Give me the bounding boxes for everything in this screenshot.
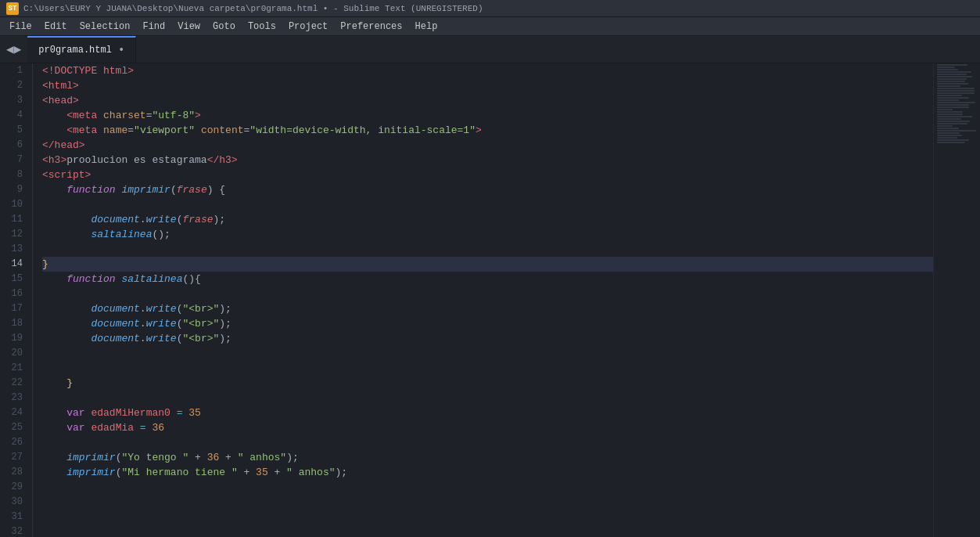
- token: (: [177, 331, 183, 346]
- token: [171, 405, 177, 420]
- token: );: [219, 301, 232, 316]
- forward-arrow[interactable]: ▶: [14, 41, 22, 57]
- token: }: [66, 376, 73, 391]
- token: frase: [182, 212, 213, 227]
- menu-item-tools[interactable]: Tools: [242, 20, 282, 34]
- minimap-line: [937, 106, 969, 108]
- code-line-29: [42, 480, 933, 495]
- minimap-line: [937, 125, 953, 127]
- menu-item-help[interactable]: Help: [409, 20, 444, 34]
- minimap: [933, 63, 980, 537]
- token: [195, 123, 201, 138]
- token: <meta: [66, 108, 97, 123]
- minimap-line: [937, 135, 962, 136]
- line-number-29: 29: [6, 480, 23, 495]
- minimap-line: [937, 74, 967, 75]
- token: " anhos": [286, 465, 335, 480]
- code-line-1: <!DOCTYPE html>: [42, 63, 933, 78]
- minimap-line: [937, 99, 959, 101]
- title-text: C:\Users\EURY Y JUANA\Desktop\Nueva carp…: [23, 4, 483, 13]
- token: [42, 123, 66, 138]
- token: [42, 465, 66, 480]
- menu-item-project[interactable]: Project: [282, 20, 334, 34]
- nav-arrows[interactable]: ◀ ▶: [0, 36, 27, 63]
- token: [97, 108, 103, 123]
- token: .: [140, 331, 146, 346]
- code-line-4: <meta charset="utf-8">: [42, 108, 933, 123]
- token: saltalinea: [121, 272, 182, 287]
- line-number-8: 8: [6, 168, 23, 182]
- minimap-line: [937, 95, 962, 96]
- line-number-19: 19: [6, 331, 23, 346]
- code-line-5: <meta name="viewport" content="width=dev…: [42, 123, 933, 138]
- token: <script>: [42, 168, 91, 182]
- token: +: [188, 450, 206, 465]
- minimap-line: [937, 69, 958, 70]
- token: [42, 450, 66, 465]
- code-line-31: [42, 510, 933, 524]
- token: "Mi hermano tiene ": [121, 465, 237, 480]
- token: [146, 420, 153, 435]
- token: [182, 405, 188, 420]
- menu-item-file[interactable]: File: [3, 20, 38, 34]
- token: "utf-8": [152, 108, 195, 123]
- code-line-13: [42, 242, 933, 257]
- code-line-8: <script>: [42, 168, 933, 182]
- back-arrow[interactable]: ◀: [6, 41, 14, 57]
- minimap-line: [937, 81, 965, 82]
- editor: 1234567891011121314151617181920212223242…: [0, 63, 980, 537]
- menu-item-goto[interactable]: Goto: [206, 20, 242, 34]
- token: +: [219, 450, 237, 465]
- code-line-2: <html>: [42, 78, 933, 93]
- token: document: [91, 316, 139, 331]
- menu-item-preferences[interactable]: Preferences: [334, 20, 408, 34]
- minimap-line: [937, 111, 963, 113]
- code-line-22: }: [42, 376, 933, 391]
- code-line-21: [42, 361, 933, 376]
- token: write: [146, 212, 177, 227]
- token: "viewport": [134, 123, 195, 138]
- tab-program[interactable]: pr0grama.html •: [27, 36, 136, 63]
- code-line-32: [42, 524, 933, 537]
- code-line-16: [42, 287, 933, 301]
- token: write: [146, 316, 177, 331]
- token: imprimir: [121, 182, 170, 197]
- menu-item-find[interactable]: Find: [136, 20, 171, 34]
- token: [116, 272, 122, 287]
- code-line-18: document.write("<br>");: [42, 316, 933, 331]
- token: function: [66, 182, 115, 197]
- minimap-line: [937, 114, 963, 115]
- token: "<br>": [182, 316, 219, 331]
- minimap-line: [937, 64, 967, 66]
- menu-item-edit[interactable]: Edit: [38, 20, 74, 34]
- line-number-21: 21: [6, 361, 23, 376]
- menu-item-selection[interactable]: Selection: [74, 20, 137, 34]
- minimap-line: [937, 83, 968, 85]
- line-number-2: 2: [6, 78, 23, 93]
- code-line-27: imprimir("Yo tengo " + 36 + " anhos");: [42, 450, 933, 465]
- token: " anhos": [238, 450, 286, 465]
- line-number-7: 7: [6, 153, 23, 168]
- token: (: [177, 301, 183, 316]
- token: edadMiHerman0: [91, 405, 170, 420]
- minimap-line: [937, 76, 972, 77]
- menu-item-view[interactable]: View: [171, 20, 206, 34]
- code-area[interactable]: <!DOCTYPE html><html><head> <meta charse…: [33, 63, 933, 537]
- token: [116, 182, 122, 197]
- tabbar: ◀ ▶ pr0grama.html •: [0, 36, 980, 63]
- token: </head>: [42, 138, 85, 153]
- minimap-line: [937, 116, 972, 117]
- code-line-14: }: [42, 257, 933, 272]
- token: [42, 420, 66, 435]
- token: >: [476, 123, 482, 138]
- token: (: [116, 465, 122, 480]
- line-number-22: 22: [6, 376, 23, 391]
- line-number-9: 9: [6, 182, 23, 197]
- line-number-28: 28: [6, 465, 23, 480]
- line-number-17: 17: [6, 301, 23, 316]
- token: [42, 212, 91, 227]
- tab-close-button[interactable]: •: [118, 45, 124, 56]
- token: .: [140, 316, 146, 331]
- minimap-line: [937, 132, 960, 134]
- token: imprimir: [66, 450, 115, 465]
